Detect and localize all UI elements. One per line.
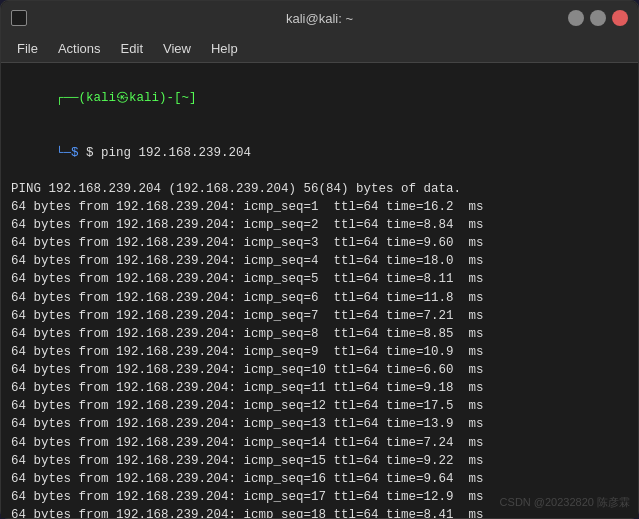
menu-bar: File Actions Edit View Help: [1, 35, 638, 63]
title-bar-left: [11, 10, 27, 26]
ping-line-15: 64 bytes from 192.168.239.204: icmp_seq=…: [11, 452, 628, 470]
maximize-button[interactable]: [590, 10, 606, 26]
ping-line-8: 64 bytes from 192.168.239.204: icmp_seq=…: [11, 325, 628, 343]
ping-line-13: 64 bytes from 192.168.239.204: icmp_seq=…: [11, 415, 628, 433]
prompt-dollar: └─: [56, 146, 71, 160]
window-controls: [568, 10, 628, 26]
prompt-user: ┌──(kali㉿kali)-[~]: [56, 91, 197, 105]
menu-view[interactable]: View: [155, 39, 199, 58]
ping-line-1: 64 bytes from 192.168.239.204: icmp_seq=…: [11, 198, 628, 216]
minimize-button[interactable]: [568, 10, 584, 26]
ping-line-16: 64 bytes from 192.168.239.204: icmp_seq=…: [11, 470, 628, 488]
menu-file[interactable]: File: [9, 39, 46, 58]
close-button[interactable]: [612, 10, 628, 26]
ping-line-11: 64 bytes from 192.168.239.204: icmp_seq=…: [11, 379, 628, 397]
window-icon: [11, 10, 27, 26]
ping-line-10: 64 bytes from 192.168.239.204: icmp_seq=…: [11, 361, 628, 379]
ping-header: PING 192.168.239.204 (192.168.239.204) 5…: [11, 180, 628, 198]
menu-help[interactable]: Help: [203, 39, 246, 58]
ping-line-5: 64 bytes from 192.168.239.204: icmp_seq=…: [11, 270, 628, 288]
watermark: CSDN @20232820 陈彦霖: [500, 495, 630, 510]
title-bar: kali@kali: ~: [1, 1, 638, 35]
ping-line-3: 64 bytes from 192.168.239.204: icmp_seq=…: [11, 234, 628, 252]
ping-line-4: 64 bytes from 192.168.239.204: icmp_seq=…: [11, 252, 628, 270]
ping-line-7: 64 bytes from 192.168.239.204: icmp_seq=…: [11, 307, 628, 325]
ping-line-9: 64 bytes from 192.168.239.204: icmp_seq=…: [11, 343, 628, 361]
prompt-line: ┌──(kali㉿kali)-[~]: [11, 71, 628, 125]
command-text: $ ping 192.168.239.204: [86, 146, 251, 160]
ping-line-2: 64 bytes from 192.168.239.204: icmp_seq=…: [11, 216, 628, 234]
command-line: └─$ $ ping 192.168.239.204: [11, 125, 628, 179]
menu-edit[interactable]: Edit: [113, 39, 151, 58]
ping-line-6: 64 bytes from 192.168.239.204: icmp_seq=…: [11, 289, 628, 307]
window-title: kali@kali: ~: [286, 11, 353, 26]
ping-line-14: 64 bytes from 192.168.239.204: icmp_seq=…: [11, 434, 628, 452]
menu-actions[interactable]: Actions: [50, 39, 109, 58]
terminal-window: kali@kali: ~ File Actions Edit View Help…: [0, 0, 639, 519]
ping-line-12: 64 bytes from 192.168.239.204: icmp_seq=…: [11, 397, 628, 415]
terminal-body[interactable]: ┌──(kali㉿kali)-[~] └─$ $ ping 192.168.23…: [1, 63, 638, 518]
